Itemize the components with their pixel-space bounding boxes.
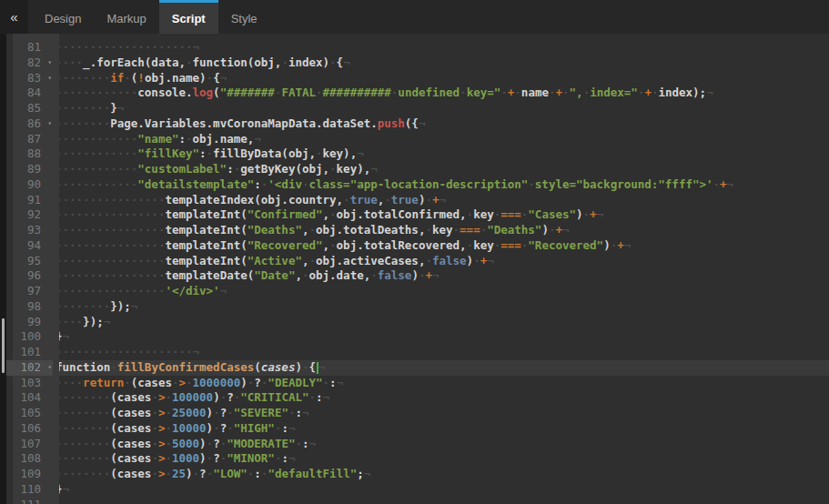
eol-mark: ¬ xyxy=(364,467,371,480)
code-line-text: ········(cases·>·25000)·?·"SEVERE"·:¬ xyxy=(53,406,829,421)
line-number: 101 xyxy=(6,345,53,360)
code-row[interactable]: 109········(cases·>·25)·?·"LOW"·:·"defau… xyxy=(6,467,829,482)
fold-arrow-icon[interactable]: ▾ xyxy=(47,117,52,130)
code-row[interactable]: 93················templateInt("Deaths",·… xyxy=(6,223,829,238)
code-row[interactable]: 106········(cases·>·10000)·?·"HIGH"·:¬ xyxy=(6,421,829,437)
line-number: 109 xyxy=(6,467,53,482)
line-number: 97 xyxy=(6,284,53,299)
code-row[interactable]: 95················templateInt("Active",·… xyxy=(6,254,829,269)
tab-script[interactable]: Script xyxy=(159,0,218,34)
code-row[interactable]: 94················templateInt("Recovered… xyxy=(6,238,829,254)
code-line-text: ····················¬ xyxy=(53,345,829,360)
code-row[interactable]: 92················templateInt("Confirmed… xyxy=(6,207,829,223)
line-number: 100 xyxy=(6,329,53,345)
code-line-text: ············console.log("#######·FATAL·#… xyxy=(53,86,829,101)
line-number: 103 xyxy=(6,376,53,391)
code-line-text: ········}¬ xyxy=(53,101,829,116)
code-row[interactable]: 91················templateIndex(obj.coun… xyxy=(6,193,829,208)
fold-arrow-icon[interactable]: ▾ xyxy=(47,56,52,69)
code-row[interactable]: 82▾····_.forEach(data,·function(obj,·ind… xyxy=(6,55,829,71)
eol-mark: ¬ xyxy=(309,437,317,450)
eol-mark: ¬ xyxy=(597,207,604,221)
line-number: 106 xyxy=(6,421,53,437)
code-row[interactable]: 90············"detailstemplate":·'<div·c… xyxy=(6,177,829,193)
eol-mark: ¬ xyxy=(63,482,70,496)
code-row[interactable]: 98········});¬ xyxy=(6,299,829,315)
tab-style[interactable]: Style xyxy=(218,0,270,34)
code-row[interactable]: 100}¬ xyxy=(6,329,829,345)
code-line-text: ················templateIndex(obj.countr… xyxy=(53,193,829,208)
code-line-text: ············"detailstemplate":·'<div·cla… xyxy=(53,177,829,193)
code-line-text: ············"fillKey":·fillByData(obj,·k… xyxy=(53,146,829,162)
eol-mark: ¬ xyxy=(131,299,138,313)
eol-mark: ¬ xyxy=(370,162,378,176)
eol-mark: ¬ xyxy=(193,40,200,54)
line-number: 86▾ xyxy=(6,116,53,132)
code-line-text: function·fillByConfirmedCases(cases)·{¬ xyxy=(53,360,829,376)
eol-mark: ¬ xyxy=(432,268,440,282)
eol-mark: ¬ xyxy=(220,284,227,297)
code-row[interactable]: 110}¬ xyxy=(6,482,829,498)
line-number: 93 xyxy=(6,223,53,238)
code-row[interactable]: 104········(cases·>·100000)·?·"CRITICAL"… xyxy=(6,390,829,406)
code-row[interactable]: 99····});¬ xyxy=(6,315,829,330)
code-row[interactable]: 81····················¬ xyxy=(6,40,829,55)
tab-design[interactable]: Design xyxy=(32,0,94,34)
left-scrollbar-track[interactable] xyxy=(0,34,6,504)
code-line-text: ········(cases·>·1000)·?·"MINOR"·:¬ xyxy=(53,451,829,467)
left-scrollbar-thumb[interactable] xyxy=(2,318,5,373)
line-number: 89 xyxy=(6,162,53,177)
eol-mark: ¬ xyxy=(624,238,632,252)
code-row[interactable]: 111 xyxy=(6,498,829,504)
code-line-text: ················'</div>'¬ xyxy=(53,284,829,299)
eol-mark: ¬ xyxy=(357,146,364,160)
code-line-text: }¬ xyxy=(53,482,829,498)
code-row[interactable]: 107········(cases·>·5000)·?·"MODERATE"·:… xyxy=(6,437,829,452)
fold-arrow-icon[interactable]: ▾ xyxy=(47,361,52,374)
code-line-text: ········(cases·>·25)·?·"LOW"·:·"defaultF… xyxy=(53,467,829,482)
code-row[interactable]: 97················'</div>'¬ xyxy=(6,284,829,299)
line-number: 111 xyxy=(6,498,53,504)
code-line-text: ········(cases·>·5000)·?·"MODERATE"·:¬ xyxy=(53,437,829,452)
code-line-text: ············"name":·obj.name,¬ xyxy=(53,132,829,147)
code-line-text xyxy=(53,498,829,504)
code-row[interactable]: 86▾········Page.Variables.mvCoronaMapDat… xyxy=(6,116,829,132)
code-line-text: ········});¬ xyxy=(53,299,829,315)
line-number: 96 xyxy=(6,268,53,284)
code-row[interactable]: 103····return·(cases·>·1000000)·?·"DEADL… xyxy=(6,376,829,391)
code-rows: 81····················¬82▾····_.forEach(… xyxy=(6,40,829,504)
eol-mark: ¬ xyxy=(193,345,200,358)
code-row[interactable]: 87············"name":·obj.name,¬ xyxy=(6,132,829,147)
fold-arrow-icon[interactable]: ▾ xyxy=(47,72,52,85)
code-row[interactable]: 96················templateDate("Date",·o… xyxy=(6,268,829,284)
code-editor[interactable]: 81····················¬82▾····_.forEach(… xyxy=(0,34,829,504)
line-number: 84 xyxy=(6,86,53,101)
tab-markup[interactable]: Markup xyxy=(94,0,158,34)
code-row[interactable]: 85········}¬ xyxy=(6,101,829,116)
code-line-text: ················templateDate("Date",·obj… xyxy=(53,268,829,284)
eol-mark: ¬ xyxy=(302,406,309,419)
line-number: 81 xyxy=(6,40,53,55)
eol-mark: ¬ xyxy=(288,451,296,465)
line-number: 108 xyxy=(6,451,53,467)
code-row[interactable]: 101····················¬ xyxy=(6,345,829,360)
code-line-text: }¬ xyxy=(53,329,829,345)
collapse-panel-icon[interactable]: « xyxy=(0,0,28,34)
eol-mark: ¬ xyxy=(440,193,447,207)
eol-mark: ¬ xyxy=(706,86,713,99)
line-number: 94 xyxy=(6,238,53,254)
code-row[interactable]: 102▾function·fillByConfirmedCases(cases)… xyxy=(6,360,829,376)
line-number: 107 xyxy=(6,437,53,452)
tab-bar: DesignMarkupScriptStyle xyxy=(32,0,270,34)
code-row[interactable]: 84············console.log("#######·FATAL… xyxy=(6,86,829,101)
code-line-text: ····················¬ xyxy=(53,40,829,55)
line-number: 92 xyxy=(6,207,53,223)
line-number: 91 xyxy=(6,193,53,208)
code-row[interactable]: 83▾········if·(!obj.name)·{¬ xyxy=(6,71,829,86)
script-code-area[interactable]: 81····················¬82▾····_.forEach(… xyxy=(6,34,829,504)
code-row[interactable]: 108········(cases·>·1000)·?·"MINOR"·:¬ xyxy=(6,451,829,467)
code-row[interactable]: 88············"fillKey":·fillByData(obj,… xyxy=(6,146,829,162)
code-row[interactable]: 105········(cases·>·25000)·?·"SEVERE"·:¬ xyxy=(6,406,829,421)
line-number: 102▾ xyxy=(6,360,53,376)
code-row[interactable]: 89············"customLabel":·getByKey(ob… xyxy=(6,162,829,177)
